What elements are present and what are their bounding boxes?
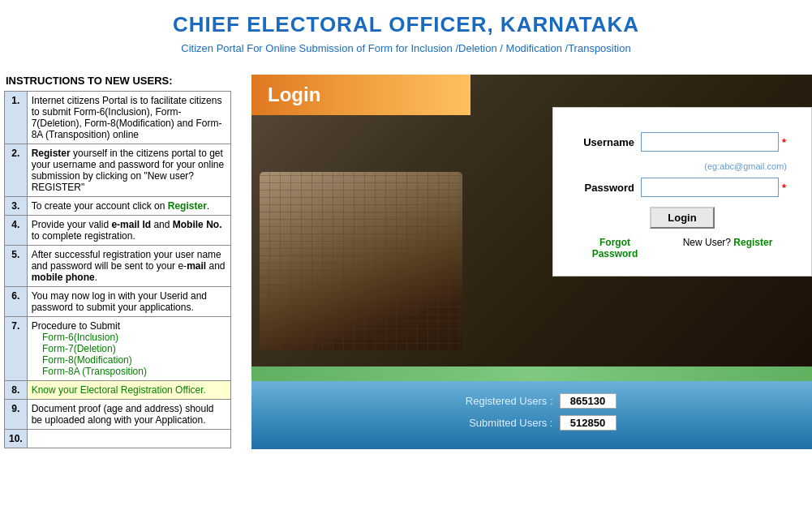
row-content: Register yourself in the citizens portal… bbox=[27, 144, 230, 197]
page-header: CHIEF ELECTORAL OFFICER, KARNATAKA Citiz… bbox=[0, 0, 812, 58]
table-row: 6. You may now log in with your Userid a… bbox=[5, 287, 231, 317]
password-label: Password bbox=[569, 182, 634, 194]
table-row: 8. Know your Electoral Registration Offi… bbox=[5, 381, 231, 400]
row-num: 8. bbox=[5, 381, 28, 400]
row-num: 2. bbox=[5, 144, 28, 197]
row-num: 1. bbox=[5, 92, 28, 144]
username-row: Username * bbox=[569, 132, 795, 152]
form8a-link[interactable]: Form-8A (Transposition) bbox=[42, 366, 147, 377]
electoral-officer-link[interactable]: Know your Electoral Registration Officer… bbox=[32, 384, 206, 396]
register-link[interactable]: Register bbox=[733, 237, 772, 248]
links-row: ForgotPassword New User? Register bbox=[569, 237, 795, 259]
login-form-box: Username * (eg:abc@gmail.com) Password *… bbox=[552, 107, 812, 276]
row-content: Document proof (age and address) should … bbox=[27, 400, 230, 430]
stats-area: Registered Users : 865130 Submitted User… bbox=[251, 381, 812, 449]
submitted-label: Submitted Users : bbox=[448, 417, 553, 429]
row-content: Internet citizens Portal is to facilitat… bbox=[27, 92, 230, 144]
register-link-3[interactable]: Register bbox=[168, 200, 207, 212]
main-layout: INSTRUCTIONS TO NEW USERS: 1. Internet c… bbox=[0, 75, 812, 449]
password-input[interactable] bbox=[641, 178, 779, 197]
row-content: Provide your valid e-mail Id and Mobile … bbox=[27, 216, 230, 246]
table-row: 10. bbox=[5, 430, 231, 448]
submitted-users-row: Submitted Users : 512850 bbox=[268, 415, 796, 431]
row-num: 9. bbox=[5, 400, 28, 430]
submitted-value: 512850 bbox=[560, 415, 617, 431]
forgot-password-link[interactable]: ForgotPassword bbox=[592, 237, 638, 259]
username-hint: (eg:abc@gmail.com) bbox=[569, 161, 795, 171]
table-row: 7. Procedure to Submit Form-6(Inclusion)… bbox=[5, 317, 231, 381]
row-num: 3. bbox=[5, 197, 28, 216]
page-title: CHIEF ELECTORAL OFFICER, KARNATAKA bbox=[8, 12, 804, 37]
keyboard-background: Login Username * (eg:abc@gmail.com) Pass… bbox=[251, 75, 812, 366]
table-row: 3. To create your account click on Regis… bbox=[5, 197, 231, 216]
form7-link[interactable]: Form-7(Deletion) bbox=[42, 343, 116, 354]
green-separator-bar bbox=[251, 366, 812, 381]
instructions-panel: INSTRUCTIONS TO NEW USERS: 1. Internet c… bbox=[0, 75, 235, 449]
username-label: Username bbox=[569, 136, 634, 148]
row-num: 7. bbox=[5, 317, 28, 381]
row-content: To create your account click on Register… bbox=[27, 197, 230, 216]
registered-users-row: Registered Users : 865130 bbox=[268, 393, 796, 409]
login-title: Login bbox=[268, 84, 320, 106]
instructions-table: 1. Internet citizens Portal is to facili… bbox=[4, 91, 231, 448]
row-num: 6. bbox=[5, 287, 28, 317]
row-num: 5. bbox=[5, 246, 28, 287]
table-row: 1. Internet citizens Portal is to facili… bbox=[5, 92, 231, 144]
registered-value: 865130 bbox=[560, 393, 617, 409]
right-panel: Login Username * (eg:abc@gmail.com) Pass… bbox=[251, 75, 812, 449]
instructions-title: INSTRUCTIONS TO NEW USERS: bbox=[4, 75, 231, 87]
page-subtitle: Citizen Portal For Online Submission of … bbox=[8, 42, 804, 54]
table-row: 2. Register yourself in the citizens por… bbox=[5, 144, 231, 197]
form6-link[interactable]: Form-6(Inclusion) bbox=[42, 332, 118, 343]
table-row: 4. Provide your valid e-mail Id and Mobi… bbox=[5, 216, 231, 246]
row-content: After successful registration your user … bbox=[27, 246, 230, 287]
table-row: 5. After successful registration your us… bbox=[5, 246, 231, 287]
row-content: Know your Electoral Registration Officer… bbox=[27, 381, 230, 400]
username-input[interactable] bbox=[641, 132, 779, 152]
login-header-bar: Login bbox=[251, 75, 470, 115]
table-row: 9. Document proof (age and address) shou… bbox=[5, 400, 231, 430]
row-content bbox=[27, 430, 230, 448]
username-required-mark: * bbox=[782, 136, 786, 148]
row-num: 4. bbox=[5, 216, 28, 246]
row-content: You may now log in with your Userid and … bbox=[27, 287, 230, 317]
login-button-row: Login bbox=[569, 207, 795, 229]
row-content: Procedure to Submit Form-6(Inclusion) Fo… bbox=[27, 317, 230, 381]
new-user-text: New User? Register bbox=[683, 237, 773, 259]
password-row: Password * bbox=[569, 178, 795, 197]
row-num: 10. bbox=[5, 430, 28, 448]
keyboard-illustration bbox=[260, 172, 462, 350]
password-required-mark: * bbox=[782, 182, 786, 194]
registered-label: Registered Users : bbox=[448, 395, 553, 407]
form8-link[interactable]: Form-8(Modification) bbox=[42, 354, 132, 366]
login-button[interactable]: Login bbox=[650, 207, 714, 229]
